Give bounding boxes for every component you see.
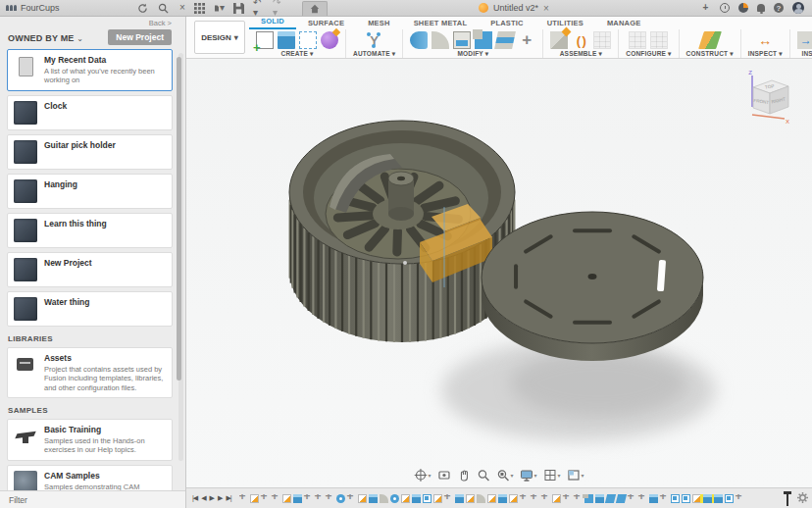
tab-surface[interactable]: SURFACE bbox=[296, 19, 356, 29]
go-to-end-button[interactable]: ▶| bbox=[226, 494, 230, 502]
document-tab[interactable]: Untitled v2* × bbox=[328, 3, 700, 14]
timeline-playhead[interactable] bbox=[784, 491, 791, 506]
timeline-feature-move[interactable] bbox=[563, 494, 572, 503]
timeline-feature-move[interactable] bbox=[272, 494, 280, 503]
project-card[interactable]: Hanging bbox=[7, 174, 173, 209]
group-label-assemble[interactable]: ASSEMBLE ▾ bbox=[560, 50, 602, 58]
derive-icon[interactable] bbox=[299, 31, 317, 49]
timeline-feature-presspull[interactable] bbox=[615, 494, 626, 503]
grid-snaps-icon[interactable]: ▾ bbox=[544, 469, 561, 482]
joint-icon[interactable] bbox=[572, 31, 589, 49]
timeline-feature-extrude[interactable] bbox=[595, 494, 604, 503]
automate-icon[interactable] bbox=[366, 31, 383, 49]
timeline-feature-sketch[interactable] bbox=[401, 494, 410, 503]
search-icon[interactable] bbox=[158, 3, 169, 14]
new-project-button[interactable]: New Project bbox=[108, 29, 172, 45]
fillet-icon[interactable] bbox=[431, 31, 449, 49]
close-document-icon[interactable]: × bbox=[543, 3, 549, 14]
insert-derive-icon[interactable] bbox=[797, 31, 812, 49]
timeline-feature-move[interactable] bbox=[628, 494, 636, 503]
timeline-feature-extrude[interactable] bbox=[369, 494, 378, 503]
notifications-bell-icon[interactable] bbox=[757, 4, 765, 12]
timeline-feature-move[interactable] bbox=[736, 494, 744, 503]
move-copy-icon[interactable] bbox=[518, 31, 535, 49]
tab-manage[interactable]: MANAGE bbox=[595, 19, 653, 29]
save-icon[interactable] bbox=[233, 3, 244, 14]
timeline-feature-move[interactable] bbox=[638, 494, 647, 503]
sample-card[interactable]: Basic TrainingSamples used in the Hands-… bbox=[7, 419, 173, 461]
group-label-insert[interactable]: INSERT ▾ bbox=[801, 50, 812, 58]
pan-icon[interactable] bbox=[457, 469, 470, 482]
tab-sheet-metal[interactable]: SHEET METAL bbox=[402, 19, 480, 29]
project-card[interactable]: Learn this thing bbox=[7, 213, 173, 248]
timeline-feature-sketch[interactable] bbox=[552, 494, 561, 503]
timeline-feature-move[interactable] bbox=[315, 494, 324, 503]
form-icon[interactable] bbox=[321, 31, 338, 49]
timeline-feature-move[interactable] bbox=[326, 494, 334, 503]
redo-icon[interactable]: ↷ ▾ bbox=[273, 3, 283, 14]
project-card[interactable]: Water thing bbox=[7, 291, 173, 327]
timeline-feature-move[interactable] bbox=[531, 494, 539, 503]
file-home-tab[interactable] bbox=[302, 1, 328, 16]
timeline-feature-pattern[interactable] bbox=[423, 494, 431, 503]
step-back-button[interactable]: ◀ bbox=[201, 494, 205, 502]
3d-viewport[interactable]: TOP FRONT RIGHT Z X ▾▾▾▾▾ bbox=[186, 60, 812, 487]
timeline-feature-sketch[interactable] bbox=[509, 494, 518, 503]
combine-icon[interactable] bbox=[475, 31, 492, 49]
timeline-feature-presspull[interactable] bbox=[604, 494, 615, 503]
timeline-feature-circular[interactable] bbox=[390, 494, 399, 503]
timeline-feature-extrude[interactable] bbox=[714, 494, 723, 503]
timeline-feature-sketch[interactable] bbox=[433, 494, 442, 503]
filter-input[interactable]: Filter bbox=[0, 490, 185, 508]
extrude-icon[interactable] bbox=[278, 31, 295, 49]
sample-card[interactable]: CAM SamplesSamples demonstrating CAM fun… bbox=[7, 465, 173, 490]
offset-face-icon[interactable] bbox=[494, 31, 516, 49]
timeline-feature-move[interactable] bbox=[520, 494, 529, 503]
timeline-feature-sketch[interactable] bbox=[692, 494, 701, 503]
back-link[interactable]: Back > bbox=[0, 17, 185, 27]
viewports-icon[interactable]: ▾ bbox=[568, 469, 584, 482]
step-forward-button[interactable]: ▶ bbox=[218, 494, 222, 502]
new-component-icon[interactable] bbox=[550, 31, 568, 49]
timeline-feature-fillet[interactable] bbox=[380, 494, 388, 503]
timeline-feature-pattern[interactable] bbox=[682, 494, 690, 503]
timeline-feature-move[interactable] bbox=[239, 494, 248, 503]
tab-solid[interactable]: SOLID bbox=[249, 17, 296, 29]
tab-mesh[interactable]: MESH bbox=[356, 19, 401, 29]
table-disabled-icon[interactable] bbox=[593, 31, 611, 49]
tab-plastic[interactable]: PLASTIC bbox=[479, 19, 534, 29]
timeline-feature-combine[interactable] bbox=[584, 494, 593, 503]
group-label-modify[interactable]: MODIFY ▾ bbox=[457, 50, 488, 58]
timeline-feature-fillet[interactable] bbox=[477, 494, 485, 503]
create-sketch-icon[interactable] bbox=[256, 31, 274, 49]
workspace-selector[interactable]: DESIGN▾ bbox=[194, 21, 245, 54]
config-insert-disabled-icon[interactable] bbox=[650, 31, 668, 49]
timeline-feature-sketch[interactable] bbox=[358, 494, 367, 503]
look-at-icon[interactable] bbox=[437, 469, 450, 482]
timeline-settings-gear-icon[interactable] bbox=[797, 492, 808, 505]
refresh-icon[interactable] bbox=[137, 3, 148, 14]
library-card[interactable]: AssetsProject that contains assets used … bbox=[7, 347, 173, 398]
orbit-icon[interactable]: ▾ bbox=[414, 469, 431, 482]
undo-icon[interactable]: ↶ ▾ bbox=[253, 3, 264, 14]
timeline-feature-sketch[interactable] bbox=[466, 494, 475, 503]
timeline-feature-extrude[interactable] bbox=[649, 494, 658, 503]
timeline-feature-move[interactable] bbox=[541, 494, 550, 503]
timeline-feature-circular[interactable] bbox=[336, 494, 345, 503]
timeline-feature-sketch[interactable] bbox=[282, 494, 291, 503]
disc-body[interactable] bbox=[482, 212, 703, 361]
timeline-feature-selected[interactable] bbox=[703, 494, 712, 503]
timeline-feature-move[interactable] bbox=[574, 494, 583, 503]
config-table-disabled-icon[interactable] bbox=[629, 31, 646, 49]
timeline-feature-extrude[interactable] bbox=[455, 494, 464, 503]
press-pull-icon[interactable] bbox=[410, 31, 428, 49]
team-name[interactable]: FourCups bbox=[21, 3, 60, 13]
timeline-feature-move[interactable] bbox=[261, 494, 270, 503]
panel-scrollbar[interactable] bbox=[178, 53, 183, 461]
job-status-icon[interactable] bbox=[720, 3, 730, 13]
close-panel-icon[interactable]: × bbox=[178, 3, 186, 14]
show-data-panel-icon[interactable] bbox=[194, 3, 205, 14]
play-button[interactable]: ▶ bbox=[210, 494, 214, 502]
owned-by-me-dropdown[interactable]: OWNED BY ME ⌄ bbox=[8, 32, 83, 43]
extensions-icon[interactable] bbox=[738, 3, 748, 13]
